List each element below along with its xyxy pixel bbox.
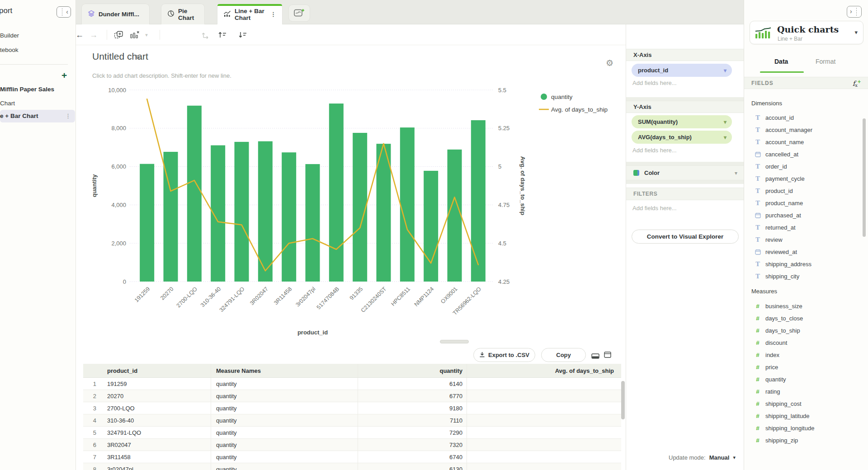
dimension-item-product_id[interactable]: Tproduct_id <box>744 185 868 197</box>
remove-chart-icon[interactable] <box>128 28 141 41</box>
dimension-item-purchased_at[interactable]: purchased_at <box>744 209 868 221</box>
chart-type-caret-icon[interactable]: ▾ <box>140 28 153 41</box>
chart-settings-gear-icon[interactable]: ⚙ <box>606 58 613 68</box>
sort-ascending-icon[interactable] <box>216 28 229 41</box>
bar-HPC8511[interactable] <box>400 127 415 282</box>
dimension-item-order_id[interactable]: Torder_id <box>744 160 868 173</box>
tab-format[interactable]: Format <box>816 58 835 65</box>
measure-item-business_size[interactable]: #business_size <box>744 300 868 312</box>
swap-axes-icon[interactable] <box>199 28 212 41</box>
dimension-item-reviewed_at[interactable]: reviewed_at <box>744 246 868 258</box>
filters-add-fields[interactable]: Add fields here... <box>632 205 677 212</box>
y-axis-field-pill-2[interactable]: AVG(days_to_ship) ▾ <box>632 131 732 144</box>
dimension-item-account_id[interactable]: Taccount_id <box>744 112 868 124</box>
bar-C2130240ST[interactable] <box>377 144 391 282</box>
measure-item-shipping_latitude[interactable]: #shipping_latitude <box>744 410 868 422</box>
line-bar-chart[interactable]: 02,0004,0006,0008,00010,0004.254.54.7555… <box>83 68 626 344</box>
fields-scrollbar[interactable] <box>863 118 866 237</box>
dimension-item-account_name[interactable]: Taccount_name <box>744 136 868 148</box>
table-cell <box>467 378 619 390</box>
measure-item-price[interactable]: #price <box>744 361 868 373</box>
table-header-cell[interactable] <box>83 364 104 377</box>
bar-91335[interactable] <box>353 133 367 282</box>
x-axis-add-fields[interactable]: Add fields here... <box>632 80 677 86</box>
color-swatch-icon <box>633 170 639 176</box>
bar-51747084B[interactable] <box>329 103 344 282</box>
measure-item-discount[interactable]: #discount <box>744 337 868 349</box>
bar-191259[interactable] <box>140 164 154 282</box>
table-header-cell[interactable]: quantity <box>358 364 467 377</box>
dimension-item-cancelled_at[interactable]: cancelled_at <box>744 148 868 160</box>
measure-item-shipping_cost[interactable]: #shipping_cost <box>744 398 868 410</box>
dimension-item-shipping_address[interactable]: Tshipping_address <box>744 258 868 270</box>
sidebar-item-pie-chart[interactable]: Chart <box>0 99 15 107</box>
bar-OX9001[interactable] <box>448 150 462 282</box>
expand-table-icon[interactable] <box>604 352 611 360</box>
table-row: 4310-36-40quantity7110 <box>83 414 621 427</box>
tab-pie-chart[interactable]: Pie Chart <box>161 4 205 24</box>
table-cell <box>467 402 619 414</box>
measure-item-index[interactable]: #index <box>744 349 868 361</box>
chevron-down-icon[interactable]: ▾ <box>733 455 736 461</box>
chevron-down-icon[interactable]: ▾ <box>724 134 726 141</box>
collapse-sidebar-button[interactable]: ‹ <box>57 6 71 18</box>
expand-panel-button[interactable]: › <box>847 6 862 18</box>
y-axis-add-fields[interactable]: Add fields here... <box>632 147 677 154</box>
update-mode-select[interactable]: Manual <box>709 454 730 461</box>
bar-2700-LQO[interactable] <box>187 106 202 282</box>
table-cell <box>467 463 619 470</box>
measure-item-days_to_close[interactable]: #days_to_close <box>744 312 868 324</box>
convert-to-visual-explorer-button[interactable]: Convert to Visual Explorer <box>632 230 739 244</box>
field-label: shipping_zip <box>765 437 798 444</box>
table-scrollbar[interactable] <box>621 381 625 419</box>
measure-item-shipping_zip[interactable]: #shipping_zip <box>744 434 868 446</box>
item-menu-icon[interactable]: ⋮ <box>65 110 71 122</box>
bar-324791-LQO[interactable] <box>235 142 249 282</box>
bar-3R11458[interactable] <box>282 152 296 282</box>
bar-NMP1124[interactable] <box>424 171 438 282</box>
tab-menu-icon[interactable]: ⋮ <box>270 11 276 18</box>
measure-item-days_to_ship[interactable]: #days_to_ship <box>744 324 868 337</box>
sidebar-item-builder[interactable]: Builder <box>0 32 19 39</box>
dimension-item-product_name[interactable]: Tproduct_name <box>744 197 868 209</box>
bar-TR56962-LQO[interactable] <box>471 120 486 282</box>
measure-item-shipping_longitude[interactable]: #shipping_longitude <box>744 422 868 434</box>
tab-data[interactable]: Data <box>774 58 788 65</box>
chevron-down-icon[interactable]: ▾ <box>735 170 737 176</box>
forward-arrow-button[interactable]: → <box>87 28 100 41</box>
copy-button[interactable]: Copy <box>541 348 586 362</box>
sidebar-item-line-bar-chart[interactable]: e + Bar Chart ⋮ <box>0 110 75 122</box>
bar-3r02047pl[interactable] <box>306 164 320 282</box>
add-chart-button[interactable]: + <box>61 70 67 81</box>
sidebar-project-name[interactable]: Mifflin Paper Sales <box>0 86 54 93</box>
add-formula-field-icon[interactable]: fx+ <box>853 79 861 88</box>
chart-type-card[interactable]: Quick charts Line + Bar ▾ <box>750 21 863 44</box>
chevron-down-icon[interactable]: ▾ <box>724 67 726 74</box>
dimension-item-account_manager[interactable]: Taccount_manager <box>744 124 868 136</box>
tab-line-bar-chart[interactable]: Line + Bar Chart ⋮ <box>217 4 283 24</box>
dimension-item-review[interactable]: Treview <box>744 234 868 246</box>
duplicate-chart-icon[interactable] <box>113 28 125 41</box>
export-csv-button[interactable]: Export to .CSV <box>473 348 535 362</box>
tab-dunder-mifflin[interactable]: Dunder Miffl... <box>81 4 150 24</box>
dimension-item-shipping_city[interactable]: Tshipping_city <box>744 270 868 282</box>
table-header-cell[interactable]: product_id <box>104 364 211 377</box>
sort-descending-icon[interactable] <box>236 28 249 41</box>
table-header-cell[interactable]: Avg. of days_to_ship <box>467 364 619 377</box>
resize-drag-handle[interactable] <box>440 340 469 343</box>
table-cell: quantity <box>211 439 358 451</box>
color-setting-row[interactable]: Color ▾ <box>626 165 744 180</box>
chevron-down-icon[interactable]: ▾ <box>854 29 858 36</box>
y-axis-field-pill-1[interactable]: SUM(quantity) ▾ <box>632 115 732 128</box>
dimension-item-returned_at[interactable]: Treturned_at <box>744 221 868 234</box>
x-axis-field-pill[interactable]: product_id ▾ <box>632 64 732 77</box>
measure-item-rating[interactable]: #rating <box>744 385 868 398</box>
measure-item-quantity[interactable]: #quantity <box>744 373 868 385</box>
table-header-cell[interactable]: Measure Names <box>211 364 358 377</box>
edit-title-icon[interactable]: ✎ <box>135 53 141 62</box>
dimension-item-payment_cycle[interactable]: Tpayment_cycle <box>744 173 868 185</box>
sidebar-item-notebook[interactable]: tebook <box>0 46 19 54</box>
collapse-table-icon[interactable] <box>591 352 599 361</box>
new-chart-tab-button[interactable] <box>288 5 310 22</box>
chevron-down-icon[interactable]: ▾ <box>724 119 726 125</box>
